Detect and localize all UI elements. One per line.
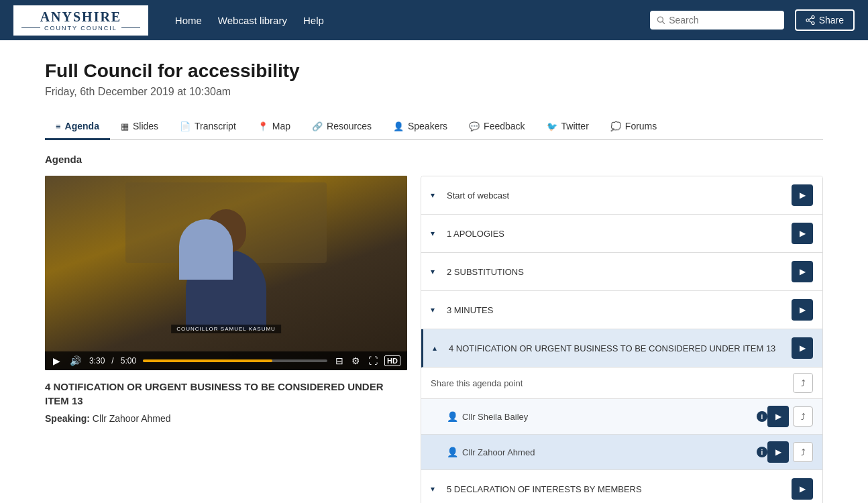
tab-resources-label: Resources <box>327 121 372 131</box>
info-badge-zahoor[interactable]: i <box>757 447 767 457</box>
agenda-item-substitutions[interactable]: ▾ 2 SUBSTITUTIONS ▶ <box>421 253 822 291</box>
speaker-figure <box>166 209 286 343</box>
progress-bar[interactable] <box>143 359 327 362</box>
agenda-item-minutes-label: 3 MINUTES <box>447 305 493 315</box>
transcript-icon: 📄 <box>180 121 191 131</box>
tab-transcript-label: Transcript <box>195 121 236 131</box>
volume-button[interactable]: 🔊 <box>68 355 83 366</box>
svg-line-6 <box>808 21 811 23</box>
video-scene: COUNCILLOR SAMUEL KASUMU <box>45 176 407 370</box>
agenda-item-start[interactable]: ▾ Start of webcast ▶ <box>421 176 822 215</box>
tab-feedback[interactable]: 💬 Feedback <box>458 114 535 140</box>
search-input[interactable] <box>669 15 777 25</box>
speaker-zahoor-name: Cllr Zahoor Ahmed <box>462 447 754 457</box>
content-area: COUNCILLOR SAMUEL KASUMU ▶ 🔊 3:30 / 5:00… <box>45 176 823 503</box>
tab-map[interactable]: 📍 Map <box>247 114 301 140</box>
logo-divider: COUNTY COUNCIL <box>21 25 140 32</box>
map-icon: 📍 <box>258 121 268 131</box>
nav-help[interactable]: Help <box>303 15 324 26</box>
agenda-icon: ≡ <box>56 121 61 131</box>
quality-button[interactable]: ⚙ <box>350 355 362 366</box>
extra-controls: ⊟ ⚙ ⛶ HD <box>334 355 400 366</box>
speaker-sheila-name: Cllr Sheila Bailey <box>462 412 754 422</box>
agenda-item-start-label: Start of webcast <box>447 190 509 201</box>
tab-twitter-label: Twitter <box>561 121 589 131</box>
page-subtitle: Friday, 6th December 2019 at 10:30am <box>45 86 823 98</box>
play-notification-button[interactable]: ▶ <box>792 337 813 359</box>
caption-speaker-name: Cllr Zahoor Ahmed <box>93 413 171 424</box>
tab-agenda[interactable]: ≡ Agenda <box>45 114 110 140</box>
subtitles-button[interactable]: ⊟ <box>334 355 345 366</box>
resources-icon: 🔗 <box>312 121 323 131</box>
chevron-minutes: ▾ <box>431 305 441 315</box>
caption-speaker-label: Speaking: <box>45 413 90 424</box>
svg-point-2 <box>812 16 814 19</box>
agenda-item-declaration[interactable]: ▾ 5 DECLARATION OF INTERESTS BY MEMBERS … <box>421 470 822 503</box>
play-substitutions-button[interactable]: ▶ <box>792 261 813 282</box>
forums-icon: 💭 <box>610 121 621 131</box>
tab-twitter[interactable]: 🐦 Twitter <box>536 114 600 140</box>
chevron-start: ▾ <box>431 190 441 200</box>
speaker-sheila-bailey[interactable]: 👤 Cllr Sheila Bailey i ▶ ⤴ <box>421 399 822 435</box>
tab-feedback-label: Feedback <box>484 121 525 131</box>
video-section: COUNCILLOR SAMUEL KASUMU ▶ 🔊 3:30 / 5:00… <box>45 176 407 503</box>
tab-forums-label: Forums <box>625 121 657 131</box>
play-start-button[interactable]: ▶ <box>792 184 813 206</box>
speaker-zahoor-ahmed[interactable]: 👤 Cllr Zahoor Ahmed i ▶ ⤴ <box>421 435 822 470</box>
tab-speakers[interactable]: 👤 Speakers <box>382 114 458 140</box>
tab-forums[interactable]: 💭 Forums <box>600 114 667 140</box>
tab-bar: ≡ Agenda ▦ Slides 📄 Transcript 📍 Map 🔗 R… <box>45 114 823 140</box>
speakers-icon: 👤 <box>393 121 404 131</box>
agenda-item-apologies-label: 1 APOLOGIES <box>447 229 504 239</box>
chevron-notification: ▴ <box>433 343 443 353</box>
agenda-item-declaration-label: 5 DECLARATION OF INTERESTS BY MEMBERS <box>447 484 642 494</box>
time-total: 5:00 <box>121 356 136 366</box>
fullscreen-button[interactable]: ⛶ <box>367 355 379 366</box>
play-sheila-button[interactable]: ▶ <box>767 406 789 427</box>
agenda-list: ▾ Start of webcast ▶ ▾ 1 APOLOGIES ▶ <box>421 176 823 503</box>
play-zahoor-button[interactable]: ▶ <box>767 441 789 463</box>
main-nav: Home Webcast library Help <box>175 15 324 26</box>
section-title: Agenda <box>45 154 823 165</box>
caption-speaker: Speaking: Cllr Zahoor Ahmed <box>45 413 407 424</box>
tab-agenda-label: Agenda <box>65 121 99 131</box>
agenda-item-apologies[interactable]: ▾ 1 APOLOGIES ▶ <box>421 215 822 253</box>
share-label: Share <box>819 15 844 25</box>
nav-home[interactable]: Home <box>175 15 202 26</box>
agenda-list-section: ▾ Start of webcast ▶ ▾ 1 APOLOGIES ▶ <box>421 176 823 503</box>
play-minutes-button[interactable]: ▶ <box>792 299 813 321</box>
tab-resources[interactable]: 🔗 Resources <box>301 114 382 140</box>
tab-transcript[interactable]: 📄 Transcript <box>169 114 247 140</box>
info-badge-sheila[interactable]: i <box>757 411 767 422</box>
video-player[interactable]: COUNCILLOR SAMUEL KASUMU ▶ 🔊 3:30 / 5:00… <box>45 176 407 370</box>
play-pause-button[interactable]: ▶ <box>52 355 62 366</box>
tab-map-label: Map <box>272 121 290 131</box>
logo[interactable]: ANYSHIRE COUNTY COUNCIL <box>13 5 148 36</box>
share-agenda-point-button[interactable]: ⤴ <box>793 373 813 393</box>
video-caption: 4 NOTIFICATION OR URGENT BUSINESS TO BE … <box>45 380 407 424</box>
logo-title: ANYSHIRE <box>40 9 122 25</box>
nameplate: COUNCILLOR SAMUEL KASUMU <box>171 325 281 333</box>
hd-badge: HD <box>384 355 400 366</box>
caption-title: 4 NOTIFICATION OR URGENT BUSINESS TO BE … <box>45 380 407 408</box>
share-zahoor-button[interactable]: ⤴ <box>793 442 813 462</box>
person-shirt <box>179 219 233 280</box>
tab-slides[interactable]: ▦ Slides <box>110 114 169 140</box>
play-declaration-button[interactable]: ▶ <box>792 478 813 500</box>
nav-webcast-library[interactable]: Webcast library <box>218 15 287 26</box>
site-header: ANYSHIRE COUNTY COUNCIL Home Webcast lib… <box>0 0 868 40</box>
svg-line-1 <box>662 21 664 23</box>
feedback-icon: 💬 <box>469 121 480 131</box>
search-box[interactable] <box>650 11 784 30</box>
play-apologies-button[interactable]: ▶ <box>792 223 813 244</box>
main-content: Full Council for accessibility Friday, 6… <box>32 40 836 503</box>
agenda-item-minutes[interactable]: ▾ 3 MINUTES ▶ <box>421 291 822 329</box>
tab-speakers-label: Speakers <box>408 121 447 131</box>
agenda-item-notification[interactable]: ▴ 4 NOTIFICATION OR URGENT BUSINESS TO B… <box>421 329 822 368</box>
svg-point-4 <box>812 22 814 25</box>
share-agenda-point-label: Share this agenda point <box>431 378 523 388</box>
share-sheila-button[interactable]: ⤴ <box>793 406 813 427</box>
slides-icon: ▦ <box>121 121 129 131</box>
share-button[interactable]: Share <box>795 9 855 31</box>
logo-subtitle: COUNTY COUNCIL <box>44 25 117 32</box>
